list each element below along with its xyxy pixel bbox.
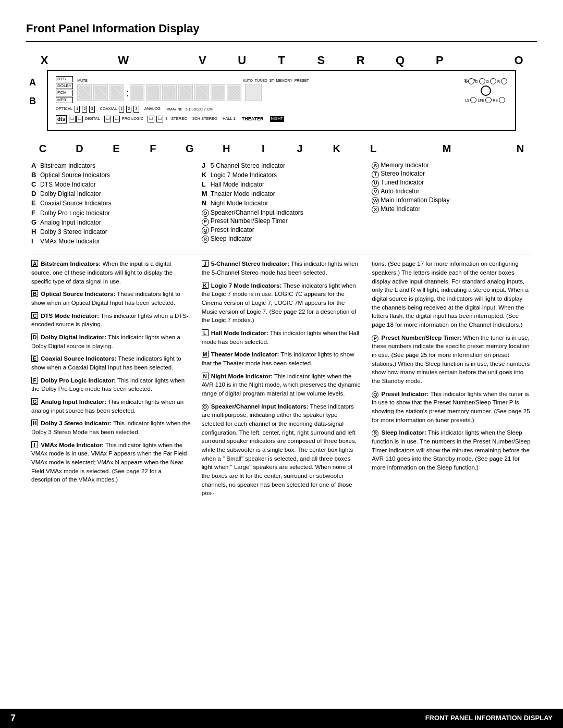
legend-letter-f: F [31,208,39,218]
desc-bold-f: Dolby Pro Logic Indicator: [41,377,116,384]
legend-letter-c: C [31,180,39,189]
desc-r: R Sleep Indicator: This indicator lights… [372,428,532,472]
legend-letter-e: E [31,199,39,208]
circle-ls [470,97,476,103]
desc-letter-j: J [202,260,209,267]
legend-text-k: Logic 7 Mode Indicators [211,171,277,180]
desc-letter-b: B [31,290,38,297]
label-l: L [367,141,380,156]
desc-l: L Hall Mode Indicator: This indicator li… [202,329,362,346]
legend-text-g: Analog Input Indicator [40,218,101,227]
pcm-indicator: PCM [56,90,73,96]
row-label-b: B [29,95,36,108]
seg-char-10 [227,84,241,101]
label-empty1 [76,53,92,69]
desc-letter-l: L [202,329,209,336]
dts-logo: dts [56,115,67,124]
desc-bold-b: Optical Source Indicators: [41,291,115,297]
desc-bold-d: Dolby Digital Indicator: [41,334,106,340]
optical-label: OPTICAL [56,106,72,112]
label-empty2 [155,53,170,69]
legend-col2: J 5-Channel Stereo Indicator K Logic 7 M… [202,161,362,246]
circle-l [468,78,474,84]
analog-label: ANALOG [144,106,161,112]
desc-bold-k: Logic 7 Mode Indicators: [211,282,282,289]
desc-text-o: These indicators are multipurpose, indic… [202,403,357,497]
legend-letter-n: N [202,199,209,208]
desc-letter-k: K [202,282,209,289]
desc-j: J 5-Channel Stereo Indicator: This indic… [202,260,362,277]
coaxial-2: 2 [126,106,131,113]
circle-c [479,78,485,84]
desc-bold-m: Theater Mode Indicator: [211,351,279,357]
desc-f: F Dolby Pro Logic Indicator: This indica… [31,376,191,393]
seg-char-3 [109,84,124,101]
desc-letter-e: E [31,355,38,362]
legend-letter-b: B [31,170,39,180]
label-f: F [146,141,159,156]
desc-letter-f: F [31,377,38,384]
desc-bold-l: Hall Mode Indicator: [211,330,268,336]
desc-bold-n: Night Mode Indicator: [211,373,273,379]
label-o: O [511,53,527,69]
rs-label: RS [493,98,498,103]
legend-letter-s: S [372,162,379,169]
l-label: L [465,79,467,84]
legend-item-t: T Stereo Indicator [372,169,532,178]
label-h: H [220,141,232,156]
d-label: D [486,79,489,84]
legend-text-j: 5-Channel Stereo Indicator [211,162,285,170]
legend-item-f: F Dolby Pro Logic Indicator [31,208,191,218]
desc-letter-q: Q [372,391,378,398]
legend-letter-d: D [31,189,39,199]
desc-col1: A Bitstream Indicators: When the input i… [31,260,191,502]
right-circles: L D D R [465,78,507,103]
legend-item-h: H Dolby 3 Stereo Indicator [31,227,191,237]
seg-char-4 [130,84,144,101]
desc-k: K Logic 7 Mode Indicators: These indicat… [202,281,362,325]
desc-letter-a: A [31,260,38,267]
mode-row: dts ☐ ☐ DIGITAL ☐ ☐ PRO LOGIC ☐ ☐ 3 - ST… [56,114,507,125]
circle-rs [499,97,505,103]
seg-char-5 [146,84,161,101]
above-labels-row: X W V U T S R Q P O [26,53,537,69]
digital-label: DIGITAL [85,116,100,122]
row-label-a: A [29,76,36,89]
footer-number: 7 [10,712,16,725]
legend-letter-a: A [31,161,39,170]
desc-letter-h: H [31,419,38,426]
pl-box3: ☐ [148,116,154,122]
c-label: D [475,79,478,84]
hall1-label: HALL 1 [223,116,236,122]
legend-item-s: S Memory Indicator [372,161,532,170]
legend-text-b: Optical Source Indicators [40,171,110,180]
footer-text: FRONT PANEL INFORMATION DISPLAY [425,713,553,723]
desc-a: A Bitstream Indicators: When the input i… [31,260,191,286]
desc-g: G Analog Input Indicator: This indicator… [31,398,191,415]
desc-n: N Night Mode Indicator: This indicator l… [202,372,362,398]
label-empty-b2 [477,141,489,156]
legend-letter-h: H [31,227,39,237]
legend-letter-p: P [202,218,209,226]
legend-item-k: K Logic 7 Mode Indicators [202,170,362,180]
desc-p: P Preset Number/Sleep Timer: When the tu… [372,334,532,386]
desc-bold-e: Coaxial Source Indicators: [41,355,116,362]
legend-item-p: P Preset Number/Sleep Timer [202,217,362,226]
dd-box1: ☐ [69,116,76,122]
legend-item-o: O Speaker/Channel Input Indicators [202,208,362,217]
legend-item-c: C DTS Mode Indicator [31,180,191,189]
legend-text-h: Dolby 3 Stereo Indicator [40,228,107,237]
desc-c: C DTS Mode Indicator: This indicator lig… [31,312,191,329]
page-title: Front Panel Information Display [26,21,537,42]
desc-bold-q: Preset Indicator: [382,391,429,397]
pro-logic-label: PRO LOGIC [122,116,144,122]
legend-item-n: N Night Mode Indicator [202,199,362,208]
desc-q: Q Preset Indicator: This indicator light… [372,390,532,425]
desc-bold-a: Bitstream Indicators: [41,261,101,267]
footer-bar: 7 FRONT PANEL INFORMATION DISPLAY [0,709,563,728]
legend-text-p: Preset Number/Sleep Timer [211,217,288,226]
seg-char-2 [93,84,108,101]
legend-item-u: U Tuned Indicator [372,178,532,187]
legend-text-l: Hall Mode Indicator [211,180,264,189]
legend-text-i: VMAx Mode Indicator [40,237,100,246]
